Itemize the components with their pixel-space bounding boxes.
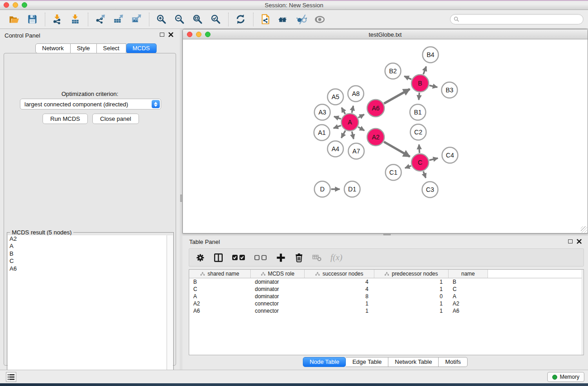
tab-node-table[interactable]: Node Table (303, 357, 346, 367)
export-network-button[interactable] (91, 12, 110, 27)
graph-edge-A-A3[interactable] (334, 116, 341, 119)
gear-button[interactable] (196, 250, 205, 265)
deselect-all-button[interactable] (254, 250, 268, 265)
graph-edge-B-B2[interactable] (404, 76, 411, 79)
graph-edge-C-C3[interactable] (423, 172, 425, 178)
column-header-name[interactable]: name (449, 270, 488, 278)
graph-edge-A-A2[interactable] (358, 127, 364, 131)
export-table-button[interactable] (110, 12, 128, 27)
criterion-dropdown[interactable]: largest connected component (directed) (20, 99, 161, 110)
horizontal-splitter-grip[interactable] (383, 234, 391, 235)
graph-node-A6[interactable]: A6 (367, 100, 384, 117)
glasses-button[interactable] (293, 12, 311, 27)
graph-node-B4[interactable]: B4 (423, 47, 439, 63)
add-column-icon (276, 253, 286, 262)
table-row[interactable]: Adominator80A (189, 293, 583, 300)
tab-style[interactable]: Style (71, 43, 97, 53)
import-table-icon (70, 14, 81, 25)
column-header-predecessor-nodes[interactable]: predecessor nodes (374, 270, 449, 278)
graph-node-C4[interactable]: C4 (442, 148, 458, 163)
graph-edge-C-C4[interactable] (429, 158, 438, 160)
search-box[interactable] (450, 14, 583, 24)
zoom-in-button[interactable] (153, 12, 171, 27)
save-button[interactable] (24, 12, 42, 27)
select-all-button[interactable] (232, 250, 245, 265)
table-row[interactable]: Bdominator41B (189, 278, 583, 286)
table-row[interactable]: Cdominator41C (189, 286, 583, 293)
graph-node-D[interactable]: D (315, 181, 330, 197)
eye-button[interactable] (311, 12, 329, 27)
graph-edge-A-A4[interactable] (341, 130, 345, 138)
tab-edge-table[interactable]: Edge Table (346, 357, 388, 367)
table-row[interactable]: A6connector11A6 (189, 307, 583, 315)
split-view-button[interactable] (214, 250, 223, 265)
result-list-scrollbar[interactable] (167, 235, 173, 386)
graph-edge-A2-C[interactable] (384, 142, 410, 157)
run-mcds-button[interactable]: Run MCDS (43, 114, 88, 124)
float-panel-icon[interactable] (160, 33, 164, 37)
import-network-button[interactable] (48, 12, 67, 27)
open-button[interactable] (5, 12, 24, 27)
graph-edge-B-B3[interactable] (429, 86, 437, 87)
graph-node-A8[interactable]: A8 (348, 86, 364, 102)
zoom-out-button[interactable] (171, 12, 189, 27)
search-input[interactable] (459, 15, 583, 24)
network-canvas[interactable]: B4B2BB3A8A5A6B1A3AC2A1A2A4A7C4CC1C3DD1 (183, 39, 587, 233)
delete-column-button[interactable] (294, 250, 304, 265)
graph-node-A1[interactable]: A1 (314, 125, 330, 141)
graph-node-A[interactable]: A (341, 114, 359, 131)
graph-node-B2[interactable]: B2 (385, 63, 401, 79)
graph-node-C3[interactable]: C3 (422, 182, 438, 198)
graph-edge-A-A6[interactable] (358, 114, 364, 118)
graph-node-A3[interactable]: A3 (315, 105, 330, 120)
vertical-splitter-grip[interactable] (180, 195, 182, 202)
tab-select[interactable]: Select (97, 43, 126, 53)
graph-edge-A-A5[interactable] (342, 108, 345, 114)
close-panel-button[interactable]: Close panel (92, 114, 139, 124)
graph-node-B3[interactable]: B3 (442, 82, 458, 98)
tab-network[interactable]: Network (35, 43, 71, 53)
zoom-fit-button[interactable] (189, 12, 207, 27)
graph-node-D1[interactable]: D1 (344, 181, 360, 197)
graph-edge-B-B1[interactable] (419, 93, 419, 100)
column-header-successor-nodes[interactable]: successor nodes (305, 270, 374, 278)
graph-node-C2[interactable]: C2 (411, 124, 426, 140)
tab-network-table[interactable]: Network Table (388, 357, 439, 367)
tab-mcds[interactable]: MCDS (126, 43, 157, 53)
graph-node-C1[interactable]: C1 (386, 165, 402, 181)
network-window-titlebar[interactable]: testGlobe.txt (183, 29, 588, 39)
graph-edge-A-A1[interactable] (334, 125, 341, 128)
task-history-button[interactable] (6, 372, 16, 382)
graph-edge-A-A8[interactable] (352, 106, 353, 113)
graph-edge-B-B4[interactable] (423, 67, 426, 74)
network-document-button[interactable] (257, 12, 275, 27)
refresh-button[interactable] (232, 12, 250, 27)
zoom-selected-button[interactable] (207, 12, 225, 27)
graph-node-A5[interactable]: A5 (328, 89, 344, 105)
export-image-button[interactable] (128, 12, 146, 27)
graph-node-A2[interactable]: A2 (367, 129, 384, 146)
graph-node-B[interactable]: B (411, 75, 429, 92)
column-header-shared-name[interactable]: shared name (189, 270, 251, 278)
graph-edge-C-C1[interactable] (405, 166, 411, 168)
graph-edge-C-C2[interactable] (419, 144, 420, 153)
graph-node-B1[interactable]: B1 (410, 105, 426, 120)
memory-button[interactable]: Memory (547, 372, 584, 382)
close-table-panel-icon[interactable] (577, 239, 582, 244)
import-table-button[interactable] (67, 12, 85, 27)
float-table-panel-icon[interactable] (568, 239, 573, 243)
graph-node-C[interactable]: C (411, 154, 429, 171)
graph-node-A4[interactable]: A4 (328, 141, 344, 157)
table-scrollbar[interactable] (582, 270, 583, 355)
graph-edge-A-A7[interactable] (352, 132, 354, 139)
graph-edge-A6-B[interactable] (384, 89, 410, 104)
table-row[interactable]: A2connector11A2 (189, 300, 583, 307)
column-header-mcds-role[interactable]: MCDS role (251, 270, 305, 278)
window-resize-grip[interactable] (581, 226, 587, 233)
memory-label: Memory (560, 374, 579, 380)
add-column-button[interactable] (276, 250, 286, 265)
close-panel-icon[interactable] (168, 32, 173, 37)
graph-node-A7[interactable]: A7 (349, 143, 364, 159)
tab-motifs[interactable]: Motifs (439, 357, 468, 367)
home-button[interactable] (275, 12, 293, 27)
